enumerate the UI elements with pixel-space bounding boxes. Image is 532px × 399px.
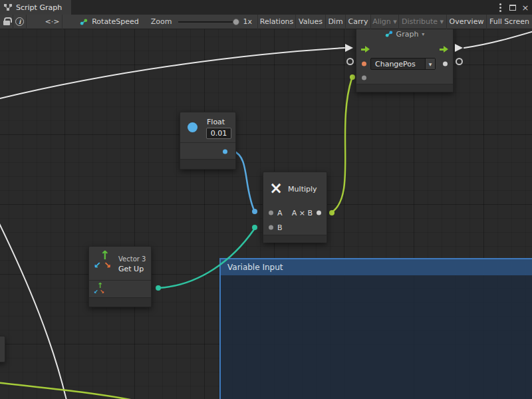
align-dropdown-button[interactable]: Align ▾ bbox=[371, 15, 399, 29]
zoom-value: 1x bbox=[243, 17, 253, 26]
toolbar-spacer bbox=[27, 15, 43, 29]
multiply-icon: × bbox=[269, 180, 283, 196]
node-type-label: Vector 3 bbox=[118, 255, 146, 263]
zoom-slider-knob[interactable] bbox=[233, 19, 239, 25]
node-footer bbox=[89, 297, 151, 307]
graph-nav-button[interactable]: <·> bbox=[43, 15, 63, 29]
value-row: ChangePos ▼ bbox=[356, 57, 453, 71]
vector3-icon: ↑ ↙ ↘ bbox=[94, 251, 114, 275]
axis-right-icon: ↘ bbox=[100, 289, 104, 295]
node-float-literal[interactable]: Float 0.01 bbox=[180, 112, 236, 170]
tab-bar: Script Graph × bbox=[0, 0, 532, 15]
zoom-slider-track bbox=[178, 21, 239, 23]
carry-button[interactable]: Carry bbox=[346, 15, 371, 29]
value-row-2 bbox=[356, 71, 453, 84]
output-port[interactable] bbox=[317, 211, 321, 215]
button-label: Relations bbox=[260, 17, 294, 26]
node-vector3-get-up[interactable]: ↑ ↙ ↘ Vector 3 Get Up ↑ ↙ ↘ bbox=[88, 246, 152, 307]
dim-button[interactable]: Dim bbox=[326, 15, 346, 29]
button-label: Overview bbox=[450, 17, 484, 26]
changepos-dropdown[interactable]: ChangePos ▼ bbox=[370, 58, 436, 70]
full-screen-button[interactable]: Full Screen bbox=[487, 15, 532, 29]
lock-icon bbox=[3, 21, 10, 25]
relations-button[interactable]: Relations bbox=[257, 15, 296, 29]
port-row-b: B bbox=[263, 220, 327, 235]
node-footer bbox=[180, 159, 235, 169]
menu-icon[interactable] bbox=[495, 1, 505, 13]
graph-breadcrumb[interactable]: RotateSpeed bbox=[74, 15, 144, 29]
distribute-dropdown-button[interactable]: Distribute ▾ bbox=[399, 15, 447, 29]
float-output-port[interactable] bbox=[223, 150, 227, 154]
chevron-down-icon: ▾ bbox=[422, 31, 424, 37]
axis-right-icon: ↘ bbox=[104, 260, 111, 270]
graph-name: RotateSpeed bbox=[92, 17, 139, 26]
node-title: Graph bbox=[396, 30, 419, 39]
group-header[interactable]: Variable Input bbox=[221, 259, 532, 275]
script-graph-icon bbox=[385, 30, 393, 38]
value-input-port-2[interactable] bbox=[362, 76, 366, 80]
float-value: 0.01 bbox=[211, 129, 227, 138]
node-title: Float bbox=[207, 118, 225, 126]
script-graph-tab-icon bbox=[4, 3, 12, 11]
node-header: × Multiply bbox=[263, 172, 327, 205]
info-icon bbox=[15, 17, 24, 26]
zoom-label: Zoom bbox=[151, 17, 172, 26]
node-title: Multiply bbox=[288, 185, 317, 194]
node-footer bbox=[356, 84, 453, 92]
overview-button[interactable]: Overview bbox=[447, 15, 487, 29]
dropdown-caret-button[interactable]: ▼ bbox=[425, 59, 435, 69]
port-row-a: A A × B bbox=[263, 205, 327, 220]
node-header: ↑ ↙ ↘ Vector 3 Get Up bbox=[89, 247, 151, 280]
zoom-slider[interactable] bbox=[178, 15, 239, 29]
flow-connection-arrow-out[interactable] bbox=[455, 44, 463, 52]
node-footer bbox=[263, 235, 327, 243]
axis-left-icon: ↙ bbox=[94, 260, 101, 270]
output-label: A × B bbox=[292, 209, 313, 217]
graph-asset-icon bbox=[80, 18, 88, 26]
caret-down-icon: ▼ bbox=[429, 62, 432, 66]
tab-script-graph[interactable]: Script Graph bbox=[0, 0, 71, 15]
input-port-b[interactable] bbox=[269, 225, 273, 230]
tab-label: Script Graph bbox=[16, 3, 62, 12]
flow-input-port[interactable] bbox=[361, 46, 370, 53]
button-label: Values bbox=[299, 17, 323, 26]
port-row bbox=[180, 142, 235, 160]
port-row: ↑ ↙ ↘ bbox=[89, 280, 151, 299]
maximize-icon[interactable] bbox=[507, 1, 518, 13]
node-title: Get Up bbox=[118, 265, 144, 273]
flow-output-port[interactable] bbox=[440, 46, 448, 53]
value-input-port[interactable] bbox=[362, 62, 366, 66]
ports-nav-icon: <·> bbox=[45, 17, 60, 26]
axis-left-icon: ↙ bbox=[94, 289, 98, 295]
input-port-a[interactable] bbox=[269, 211, 273, 215]
button-label: Carry bbox=[348, 17, 368, 26]
dropdown-value: ChangePos bbox=[371, 59, 425, 69]
toolbar-spacer bbox=[63, 15, 74, 29]
script-graph-window: Variable Input Graph ▾ bbox=[0, 0, 532, 399]
values-button[interactable]: Values bbox=[296, 15, 326, 29]
node-event-graph[interactable]: Graph ▾ ChangePos ▼ bbox=[356, 25, 454, 92]
unconnected-port-ring-left[interactable] bbox=[346, 58, 354, 65]
node-multiply[interactable]: × Multiply A A × B B bbox=[263, 172, 327, 243]
float-type-icon bbox=[188, 122, 198, 132]
button-label: Dim bbox=[328, 17, 342, 26]
float-value-input[interactable]: 0.01 bbox=[206, 128, 231, 139]
port-label-b: B bbox=[277, 223, 283, 232]
button-label: Distribute ▾ bbox=[402, 17, 444, 26]
vector3-output-port[interactable]: ↑ ↙ ↘ bbox=[94, 283, 106, 297]
button-label: Align ▾ bbox=[372, 17, 397, 26]
unconnected-port-ring-right[interactable] bbox=[456, 58, 463, 65]
lock-button[interactable] bbox=[0, 15, 13, 29]
group-title: Variable Input bbox=[227, 263, 283, 272]
group-variable-input[interactable]: Variable Input bbox=[219, 258, 532, 399]
button-label: Full Screen bbox=[489, 17, 529, 26]
info-button[interactable] bbox=[13, 15, 27, 29]
node-partial-left-edge[interactable] bbox=[0, 336, 5, 362]
close-icon[interactable]: × bbox=[520, 1, 531, 13]
window-controls: × bbox=[495, 0, 531, 15]
graph-toolbar: <·> RotateSpeed Zoom 1x Relations Values… bbox=[0, 15, 532, 29]
flow-row bbox=[356, 42, 453, 57]
port-label-a: A bbox=[277, 209, 283, 217]
value-output-port[interactable] bbox=[443, 62, 448, 66]
flow-connection-arrow-in[interactable] bbox=[345, 44, 353, 52]
